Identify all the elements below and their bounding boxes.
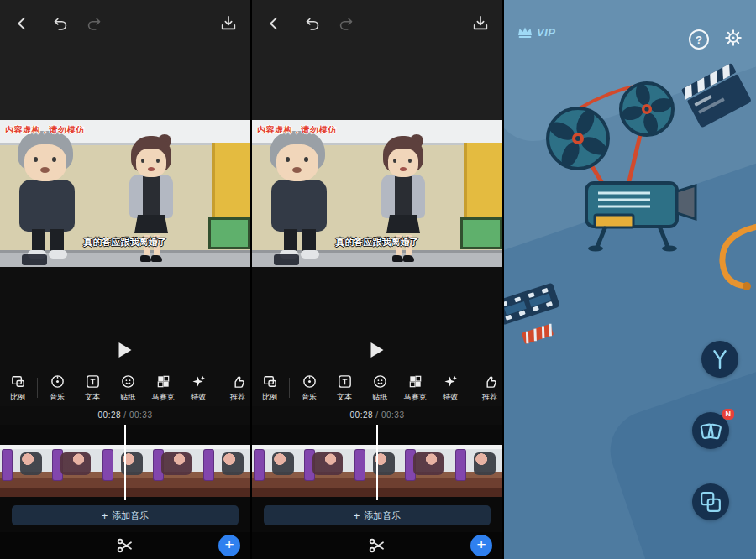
- play-button[interactable]: [119, 342, 132, 358]
- new-badge: N: [722, 409, 735, 420]
- time-display: 00:28 / 00:33: [252, 410, 502, 420]
- time-total: 00:33: [129, 410, 153, 420]
- plus-icon: +: [102, 509, 108, 522]
- menu-divider: [470, 378, 470, 398]
- menu-label: 贴纸: [120, 392, 135, 403]
- video-subtitle: 真的答应跟我离婚了: [252, 236, 502, 248]
- menu-item-text[interactable]: 文本: [75, 374, 110, 403]
- video-preview[interactable]: 内容虚构，请勿模仿 真的答应跟我离婚了: [252, 120, 502, 267]
- export-button[interactable]: [218, 13, 239, 34]
- film-frame: [0, 445, 50, 497]
- add-music-label: 添加音乐: [364, 509, 401, 522]
- watermark-badge: [274, 254, 299, 265]
- undo-button[interactable]: [50, 13, 71, 34]
- playhead-indicator: [124, 425, 126, 500]
- time-current: 00:28: [98, 410, 122, 420]
- back-chevron-icon: [265, 14, 283, 33]
- playhead-indicator: [376, 425, 378, 500]
- export-button[interactable]: [470, 13, 491, 34]
- back-button[interactable]: [12, 13, 32, 34]
- add-music-button[interactable]: + 添加音乐: [12, 505, 239, 525]
- film-frame: [252, 445, 302, 497]
- menu-item-effects[interactable]: 特效: [433, 374, 468, 403]
- menu-label: 特效: [191, 392, 206, 403]
- quick-tools-button[interactable]: [701, 341, 738, 378]
- tool-menu-bar: 比例 音乐 文本 贴纸 马赛克 特效: [252, 369, 502, 406]
- film-frame: [101, 445, 151, 497]
- time-current: 00:28: [350, 410, 374, 420]
- photos-icon: [700, 491, 722, 513]
- menu-item-effects[interactable]: 特效: [181, 374, 216, 403]
- menu-item-mosaic[interactable]: 马赛克: [145, 374, 181, 403]
- editor-toolbar: [0, 0, 250, 47]
- add-clip-button[interactable]: +: [218, 535, 240, 556]
- menu-item-ratio[interactable]: 比例: [0, 374, 35, 403]
- menu-item-recommend[interactable]: 推荐: [472, 374, 502, 403]
- editor-panel-2: 内容虚构，请勿模仿 真的答应跟我离婚了 比例 音乐 文本: [252, 0, 504, 559]
- tool-menu-bar: 比例 音乐 文本 贴纸 马赛克 特效: [0, 369, 250, 406]
- menu-label: 马赛克: [152, 392, 175, 403]
- editor-panel: 内容虚构，请勿模仿 真的答应跟我离婚了 比例 音乐 文本: [0, 0, 252, 559]
- back-button[interactable]: [264, 13, 284, 34]
- video-subtitle: 真的答应跟我离婚了: [0, 236, 250, 248]
- undo-icon: [303, 14, 322, 33]
- add-clip-button[interactable]: +: [470, 535, 492, 556]
- recommend-icon: [230, 374, 246, 389]
- editor-toolbar: [252, 0, 502, 47]
- menu-label: 马赛克: [404, 392, 427, 403]
- menu-item-sticker[interactable]: 贴纸: [362, 374, 397, 403]
- timeline[interactable]: + 添加音乐: [252, 425, 502, 532]
- effects-icon: [191, 374, 207, 389]
- scissors-icon: [115, 535, 135, 556]
- time-total: 00:33: [381, 410, 405, 420]
- play-button[interactable]: [371, 342, 384, 358]
- menu-label: 音乐: [50, 392, 65, 403]
- scissors-icon: [367, 535, 387, 556]
- redo-icon: [337, 14, 355, 33]
- settings-button[interactable]: [723, 28, 743, 48]
- time-separator: /: [121, 410, 129, 420]
- watermark-badge: [22, 254, 47, 265]
- sticker-icon: [120, 374, 136, 389]
- split-clip-button[interactable]: [115, 535, 135, 556]
- menu-label: 音乐: [302, 392, 317, 403]
- menu-label: 推荐: [482, 392, 497, 403]
- film-frame: [353, 445, 403, 497]
- redo-button[interactable]: [84, 13, 104, 34]
- ratio-icon: [10, 374, 26, 389]
- help-button[interactable]: ?: [689, 29, 709, 50]
- music-icon: [50, 374, 66, 389]
- menu-item-ratio[interactable]: 比例: [252, 374, 287, 403]
- menu-item-recommend[interactable]: 推荐: [220, 374, 250, 403]
- menu-item-sticker[interactable]: 贴纸: [110, 374, 145, 403]
- menu-item-text[interactable]: 文本: [327, 374, 362, 403]
- menu-divider: [289, 378, 290, 398]
- menu-label: 比例: [10, 392, 25, 403]
- vip-badge[interactable]: VIP: [517, 25, 555, 39]
- bottom-action-bar: +: [0, 532, 250, 559]
- video-preview[interactable]: 内容虚构，请勿模仿 真的答应跟我离婚了: [0, 120, 250, 267]
- menu-label: 文本: [85, 392, 100, 403]
- editor-preview-gap: [0, 267, 250, 369]
- redo-button[interactable]: [336, 13, 356, 34]
- mosaic-icon: [407, 374, 423, 389]
- editor-top-area: [252, 0, 502, 120]
- gallery-button[interactable]: [692, 483, 729, 520]
- film-frame: [403, 445, 454, 497]
- undo-button[interactable]: [302, 13, 323, 34]
- menu-label: 特效: [443, 392, 458, 403]
- app: 内容虚构，请勿模仿 真的答应跟我离婚了 比例 音乐 文本: [0, 0, 756, 559]
- menu-item-music[interactable]: 音乐: [291, 374, 327, 403]
- add-music-button[interactable]: + 添加音乐: [264, 505, 491, 525]
- menu-item-mosaic[interactable]: 马赛克: [397, 374, 433, 403]
- film-frame: [454, 445, 502, 497]
- add-music-label: 添加音乐: [112, 509, 149, 522]
- timeline[interactable]: + 添加音乐: [0, 425, 250, 532]
- mosaic-icon: [155, 374, 171, 389]
- templates-button[interactable]: N: [692, 412, 729, 449]
- time-ruler: 00:28 / 00:33: [0, 406, 250, 425]
- time-display: 00:28 / 00:33: [0, 410, 250, 420]
- split-clip-button[interactable]: [367, 535, 387, 556]
- menu-item-music[interactable]: 音乐: [39, 374, 75, 403]
- back-chevron-icon: [13, 14, 31, 33]
